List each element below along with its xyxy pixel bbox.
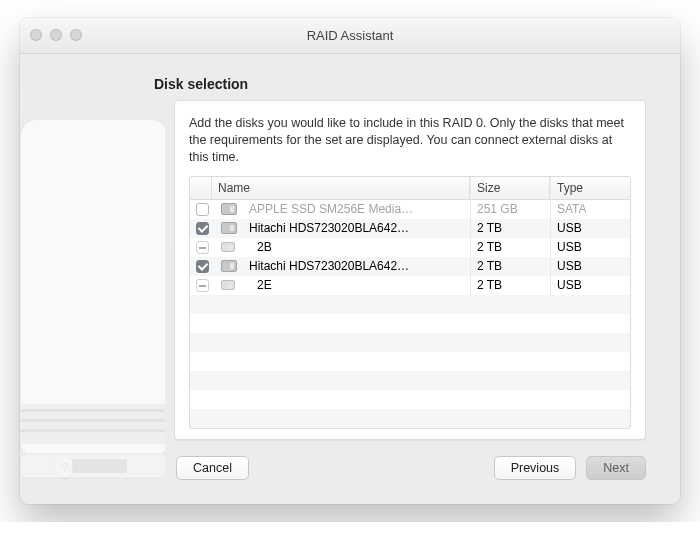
svg-rect-4: [20, 429, 165, 432]
previous-button[interactable]: Previous: [494, 456, 577, 480]
titlebar: RAID Assistant: [20, 18, 680, 54]
col-header-size[interactable]: Size: [470, 177, 550, 199]
close-icon[interactable]: [30, 29, 42, 41]
col-header-check: [190, 177, 212, 199]
window-title: RAID Assistant: [307, 28, 394, 43]
svg-rect-2: [20, 409, 165, 412]
table-row-empty: [190, 409, 630, 428]
next-button[interactable]: Next: [586, 456, 646, 480]
drive-icon: [221, 260, 237, 272]
svg-rect-0: [20, 119, 165, 459]
help-button[interactable]: ?: [54, 457, 76, 479]
footer: ? Cancel Previous Next: [54, 440, 646, 490]
zoom-icon[interactable]: [70, 29, 82, 41]
row-checkbox[interactable]: [196, 260, 209, 273]
table-header: Name Size Type: [190, 177, 630, 200]
row-checkbox[interactable]: [196, 203, 209, 216]
table-row[interactable]: 2B2 TBUSB: [190, 238, 630, 257]
minimize-icon[interactable]: [50, 29, 62, 41]
row-checkbox[interactable]: [196, 222, 209, 235]
drive-icon: [221, 203, 237, 215]
row-checkbox[interactable]: [196, 279, 209, 292]
col-header-name[interactable]: Name: [212, 177, 470, 199]
row-checkbox[interactable]: [196, 241, 209, 254]
cancel-button[interactable]: Cancel: [176, 456, 249, 480]
table-row-empty: [190, 352, 630, 371]
col-header-type[interactable]: Type: [550, 177, 630, 199]
disk-size: 2 TB: [470, 274, 550, 296]
disk-selection-panel: Add the disks you would like to include …: [174, 100, 646, 440]
disk-type: USB: [550, 274, 630, 296]
svg-rect-1: [20, 404, 165, 444]
table-row-empty: [190, 295, 630, 314]
page-heading: Disk selection: [154, 76, 646, 92]
window-body: Disk selection Add the disks you would l…: [20, 54, 680, 504]
volume-icon: [221, 280, 235, 290]
disk-table: Name Size Type APPLE SSD SM256E Media…25…: [189, 176, 631, 429]
table-row[interactable]: Hitachi HDS723020BLA642…2 TBUSB: [190, 219, 630, 238]
table-row-empty: [190, 390, 630, 409]
table-body: APPLE SSD SM256E Media…251 GBSATAHitachi…: [190, 200, 630, 295]
raid-assistant-window: RAID Assistant Disk selection Add the di…: [20, 18, 680, 504]
drive-icon: [221, 222, 237, 234]
intro-text: Add the disks you would like to include …: [189, 115, 631, 166]
disk-name: 2E: [241, 274, 470, 296]
table-row[interactable]: Hitachi HDS723020BLA642…2 TBUSB: [190, 257, 630, 276]
table-row-empty: [190, 314, 630, 333]
volume-icon: [221, 242, 235, 252]
table-row-empty: [190, 333, 630, 352]
table-row[interactable]: 2E2 TBUSB: [190, 276, 630, 295]
svg-rect-3: [20, 419, 165, 422]
table-filler: [190, 295, 630, 428]
window-controls: [30, 29, 82, 41]
table-row-empty: [190, 371, 630, 390]
table-row[interactable]: APPLE SSD SM256E Media…251 GBSATA: [190, 200, 630, 219]
